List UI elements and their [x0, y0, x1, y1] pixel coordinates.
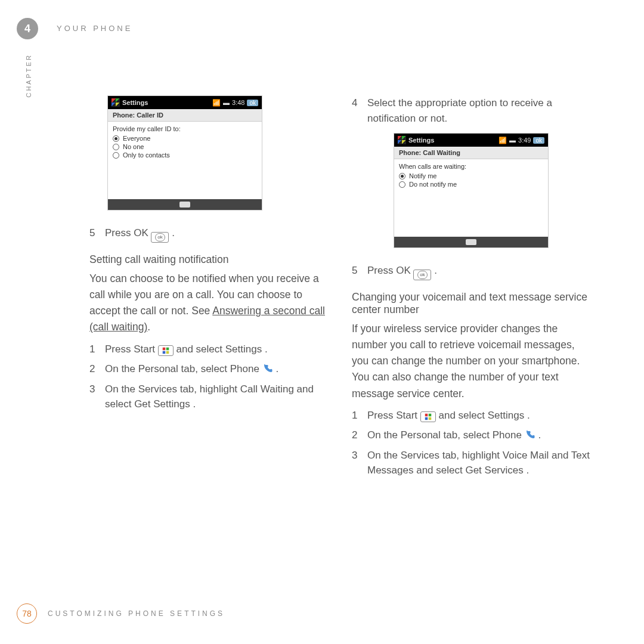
battery-icon: ▬: [509, 137, 516, 144]
radio-icon: [399, 181, 405, 188]
svg-rect-2: [163, 351, 166, 354]
step-text: Press OK: [367, 265, 411, 276]
radio-label: Do not notify me: [409, 181, 457, 188]
chapter-number-badge: 4: [17, 18, 38, 39]
step-text: .: [273, 363, 278, 374]
radio-icon: [113, 144, 119, 150]
ok-key-icon: ok: [413, 270, 431, 280]
step-number: 1: [352, 408, 367, 423]
step-text: .: [434, 265, 437, 276]
screenshot-prompt: Provide my caller ID to:: [113, 125, 257, 132]
step-text: On the Personal tab, select Phone: [105, 363, 262, 374]
paragraph: If your wireless service provider change…: [352, 321, 590, 402]
paragraph: You can choose to be notified when you r…: [89, 271, 328, 336]
step-text: Press Start: [367, 410, 420, 421]
subheading: Setting call waiting notification: [89, 253, 328, 266]
step-number: 3: [89, 382, 105, 412]
signal-icon: 📶: [499, 137, 507, 144]
screenshot-subtitle: Phone: Caller ID: [108, 109, 262, 122]
page-footer: 78 CUSTOMIZING PHONE SETTINGS: [17, 603, 225, 624]
running-head: YOUR PHONE: [57, 24, 132, 33]
step-text: On the Services tab, highlight Call Wait…: [105, 382, 328, 412]
step-text: .: [535, 429, 541, 441]
step-text: Press Start: [105, 343, 158, 355]
subheading: Changing your voicemail and text message…: [352, 291, 590, 316]
step-text: Select the appropriate option to receive…: [367, 95, 590, 126]
step-text: On the Services tab, highlight Voice Mai…: [367, 448, 590, 478]
step-text: and select Settings .: [174, 343, 268, 355]
screenshot-prompt: When calls are waiting:: [399, 163, 543, 170]
screenshot-title: Settings: [408, 137, 434, 144]
step-text: and select Settings .: [436, 410, 530, 421]
paragraph-text: .: [147, 321, 150, 333]
radio-icon: [113, 135, 119, 142]
step-number: 4: [352, 95, 367, 126]
step-number: 2: [352, 428, 367, 443]
svg-rect-6: [425, 417, 428, 420]
signal-icon: 📶: [212, 99, 221, 107]
step-text: .: [172, 227, 175, 239]
screenshot-subtitle: Phone: Call Waiting: [394, 147, 548, 159]
svg-rect-3: [166, 351, 169, 354]
keyboard-icon: [466, 239, 476, 245]
start-icon: [398, 136, 406, 144]
battery-icon: ▬: [223, 99, 230, 106]
screenshot-call-waiting: Settings 📶 ▬ 3:49 ok Phone: Call Waiting…: [394, 133, 549, 248]
page-number-badge: 78: [17, 603, 37, 624]
phone-icon: [525, 429, 535, 440]
screenshot-time: 3:48: [232, 99, 244, 106]
screenshot-caller-id: Settings 📶 ▬ 3:48 ok Phone: Caller ID Pr…: [107, 95, 262, 210]
start-icon: [112, 98, 120, 107]
ok-button: ok: [533, 137, 544, 144]
start-key-icon: [158, 345, 174, 356]
phone-icon: [262, 363, 273, 374]
svg-rect-5: [429, 413, 432, 416]
step-number: 2: [89, 361, 105, 377]
svg-rect-1: [166, 347, 169, 350]
step-number: 5: [89, 225, 105, 243]
screenshot-title: Settings: [122, 99, 148, 106]
step-text: On the Personal tab, select Phone: [367, 429, 525, 441]
ok-button: ok: [247, 100, 258, 106]
step-number: 3: [352, 448, 367, 478]
ok-key-icon: ok: [151, 232, 169, 243]
left-column: Settings 📶 ▬ 3:48 ok Phone: Caller ID Pr…: [89, 95, 328, 483]
radio-label: Notify me: [409, 172, 436, 179]
radio-icon: [399, 173, 405, 179]
step-number: 5: [352, 263, 367, 280]
svg-rect-0: [163, 347, 166, 350]
svg-rect-7: [429, 417, 432, 420]
start-key-icon: [420, 411, 436, 422]
step-text: Press OK: [105, 227, 148, 239]
keyboard-icon: [179, 202, 190, 208]
right-column: 4 Select the appropriate option to recei…: [352, 95, 590, 483]
screenshot-time: 3:49: [518, 137, 531, 144]
radio-icon: [113, 152, 119, 159]
svg-rect-4: [425, 413, 428, 416]
radio-label: Everyone: [123, 135, 150, 142]
radio-label: Only to contacts: [123, 151, 170, 159]
step-number: 1: [89, 342, 105, 357]
footer-section-title: CUSTOMIZING PHONE SETTINGS: [48, 609, 225, 618]
radio-label: No one: [123, 143, 144, 150]
vertical-chapter-label: CHAPTER: [25, 54, 32, 98]
